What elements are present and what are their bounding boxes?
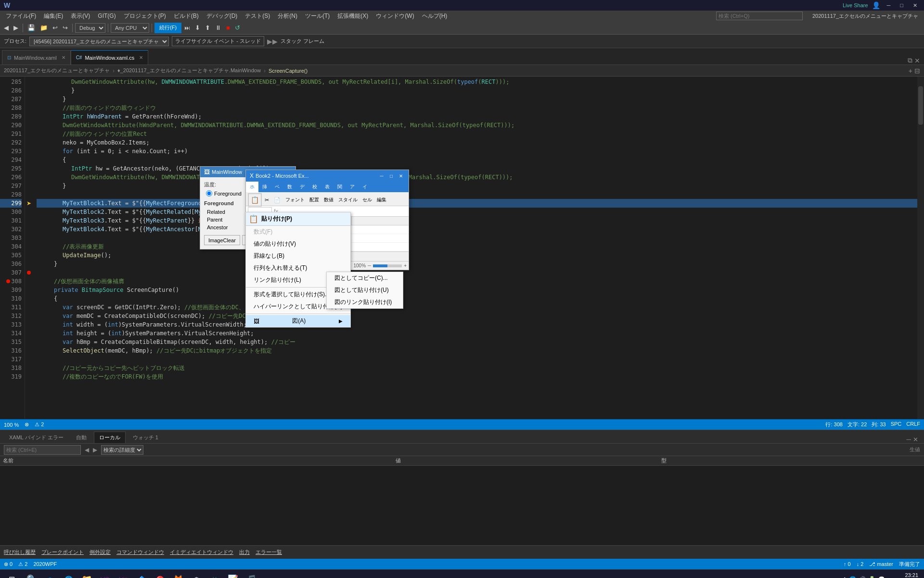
tray-volume[interactable]: 🔊	[859, 576, 866, 578]
continue-btn[interactable]: 続行(F)	[154, 23, 181, 33]
excel-edit[interactable]: 編集	[375, 196, 388, 204]
taskbar-vs1[interactable]: VS	[96, 571, 114, 578]
excel-layout[interactable]: 配置	[308, 196, 321, 204]
cpu-select[interactable]: Any CPU	[111, 23, 149, 33]
excel-minimize[interactable]: ─	[378, 172, 385, 180]
step-over-btn[interactable]: ⏭	[182, 22, 192, 34]
sub-ctx-copy-image[interactable]: 図としてコピー(C)...	[327, 272, 403, 284]
locals-search-input[interactable]	[4, 445, 81, 455]
live-share-btn[interactable]: Live Share	[843, 2, 868, 8]
taskbar-search[interactable]: 🔍	[23, 571, 40, 578]
open-btn[interactable]: 📁	[38, 22, 50, 34]
add-watch-btn[interactable]: +	[909, 67, 912, 75]
command-window-link[interactable]: コマンドウィンドウ	[116, 549, 164, 556]
immediate-window-link[interactable]: イミディエイトウィンドウ	[170, 549, 233, 556]
restore-btn[interactable]: □	[897, 2, 906, 8]
menu-window[interactable]: ウィンドウ(W)	[372, 11, 418, 21]
sub-ctx-link-paste-image[interactable]: 図のリンク貼り付け(I)	[327, 296, 403, 308]
bottom-tab-locals[interactable]: ローカル	[94, 432, 126, 443]
forward-btn[interactable]: ▶	[12, 22, 20, 34]
tab-mainwindow-xaml-cs[interactable]: C# MainWindow.xaml.cs ✕	[71, 50, 149, 65]
back-btn[interactable]: ◀	[2, 22, 11, 34]
excel-copy[interactable]: 📄	[272, 196, 282, 204]
taskbar-browser2[interactable]: 🌐	[60, 571, 77, 578]
menu-analyze[interactable]: 分析(N)	[274, 11, 301, 21]
pause-btn[interactable]: ⏸	[213, 22, 223, 34]
taskbar-browser3[interactable]: 🦊	[169, 571, 187, 578]
taskbar-excel[interactable]: X	[206, 571, 223, 578]
excel-font[interactable]: フォント	[283, 196, 307, 204]
callstack-link[interactable]: 呼び出し履歴	[4, 549, 36, 556]
status-branch[interactable]: ⎇ master	[869, 561, 893, 567]
breadcrumb-method[interactable]: ScreenCapture()	[269, 68, 308, 74]
excel-close[interactable]: ✕	[397, 172, 405, 180]
step-into-btn[interactable]: ⬇	[193, 22, 202, 34]
excel-tab-review[interactable]: 校	[308, 182, 321, 192]
menu-view[interactable]: 表示(V)	[67, 11, 94, 21]
excel-cell[interactable]: セル	[360, 196, 374, 204]
excel-tab-insert[interactable]: 挿	[258, 182, 271, 192]
menu-test[interactable]: テスト(S)	[241, 11, 274, 21]
ctx-image[interactable]: 🖼 図(A) ▶	[246, 315, 350, 327]
menu-project[interactable]: プロジェクト(P)	[120, 11, 170, 21]
output-link[interactable]: 出力	[239, 549, 250, 556]
menu-extensions[interactable]: 拡張機能(X)	[334, 11, 372, 21]
breakpoints-link[interactable]: ブレークポイント	[41, 549, 84, 556]
taskbar-chrome[interactable]: ⚙	[188, 571, 205, 578]
bottom-tab-xaml-errors[interactable]: XAML バインド エラー	[4, 432, 69, 443]
excel-format[interactable]: 数値	[322, 196, 335, 204]
tray-network[interactable]: 🌐	[849, 576, 856, 578]
bottom-panel-close[interactable]: ✕	[913, 436, 918, 443]
taskbar-browser1[interactable]: e	[41, 571, 59, 578]
excel-tab-i[interactable]: イ	[359, 182, 371, 192]
scroll-thumb[interactable]	[918, 86, 923, 125]
excel-tab-home[interactable]: ホ	[246, 182, 258, 192]
restart-btn[interactable]: ↺	[233, 22, 242, 34]
stop-btn[interactable]: ■	[224, 22, 232, 34]
bottom-tab-auto[interactable]: 自動	[71, 432, 92, 443]
taskbar-other[interactable]: 📝	[224, 571, 242, 578]
bottom-tab-watch1[interactable]: ウォッチ 1	[128, 432, 164, 443]
tray-notification[interactable]: 💬	[878, 576, 885, 578]
collapse-btn[interactable]: ⊟	[914, 67, 920, 75]
redo-btn[interactable]: ↪	[61, 22, 70, 34]
menu-help[interactable]: ヘルプ(H)	[418, 11, 451, 21]
image-clear-btn[interactable]: ImageClear	[204, 235, 240, 245]
taskbar-other2[interactable]: 🎵	[243, 571, 260, 578]
excel-paste[interactable]: 📋	[248, 193, 262, 207]
process-select[interactable]: [45456] 20201117_エクセルのメニューとキャプチャ	[29, 37, 169, 46]
exceptions-link[interactable]: 例外設定	[90, 549, 111, 556]
close-tab-cs[interactable]: ✕	[139, 55, 143, 60]
excel-tab-func[interactable]: 関	[334, 182, 346, 192]
debug-mode-select[interactable]: Debug	[75, 23, 105, 33]
ctx-paste-value[interactable]: 値の貼り付け(V)	[246, 238, 350, 250]
excel-zoom-minus[interactable]: ─	[368, 263, 371, 268]
taskbar-vs4[interactable]: 🔴	[151, 571, 168, 578]
breadcrumb-file[interactable]: 20201117_エクセルのメニューとキャプチャ	[4, 67, 110, 74]
excel-restore[interactable]: □	[387, 172, 395, 180]
breadcrumb-class[interactable]: ♦_20201117_エクセルのメニューとキャプチャ.MainWindow	[117, 67, 261, 74]
menu-tools[interactable]: ツール(T)	[301, 11, 334, 21]
menu-file[interactable]: ファイル(F)	[2, 11, 40, 21]
zoom-level[interactable]: 100 %	[4, 422, 19, 428]
bottom-panel-minimize[interactable]: ─	[907, 436, 911, 443]
undo-btn[interactable]: ↩	[51, 22, 60, 34]
start-button[interactable]: ⊞	[2, 575, 21, 578]
taskbar-explorer[interactable]: 📁	[78, 571, 95, 578]
status-warnings[interactable]: ⚠ 2	[18, 561, 27, 567]
step-out-btn[interactable]: ⬆	[203, 22, 212, 34]
close-btn[interactable]: ✕	[910, 2, 920, 9]
excel-zoom-slider[interactable]	[373, 264, 402, 267]
taskbar-vs2[interactable]: V#	[115, 571, 132, 578]
taskbar-vs3[interactable]: 🔷	[133, 571, 150, 578]
excel-zoom-plus[interactable]: +	[404, 263, 407, 268]
menu-git[interactable]: GIT(G)	[94, 12, 119, 20]
status-errors[interactable]: ⊗ 0	[4, 561, 13, 567]
sub-ctx-paste-image[interactable]: 図として貼り付け(U)	[327, 284, 403, 296]
minimize-btn[interactable]: ─	[884, 2, 894, 8]
ctx-no-border[interactable]: 罫線なし(B)	[246, 250, 350, 262]
excel-tab-page[interactable]: ペ	[271, 182, 283, 192]
save-btn[interactable]: 💾	[26, 22, 37, 34]
search-next-btn[interactable]: ▶	[93, 447, 97, 453]
menu-debug[interactable]: デバッグ(D)	[203, 11, 242, 21]
